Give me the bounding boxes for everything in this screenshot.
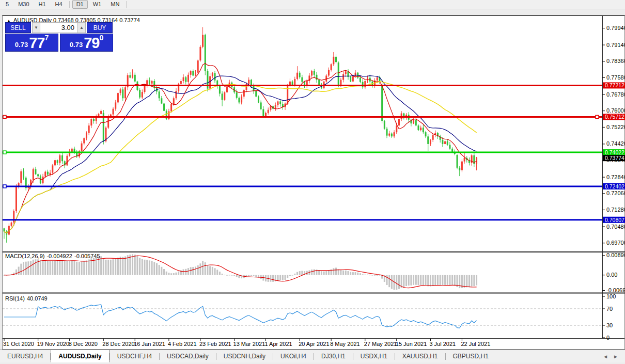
tab-dj30-h1[interactable]: DJ30,H1 <box>314 350 353 362</box>
chevron-down-icon: ▼ <box>34 25 38 30</box>
svg-text:19 Nov 2020: 19 Nov 2020 <box>37 341 69 347</box>
rsi-value: 40.0749 <box>27 295 48 302</box>
volume-increase-button[interactable]: ▲ <box>77 22 86 33</box>
tab-usdchf-h4[interactable]: USDCHF,H4 <box>110 350 159 362</box>
svg-text:0.78360: 0.78360 <box>606 58 625 64</box>
rsi-title: RSI(14) <box>5 295 25 302</box>
svg-text:31 Oct 2020: 31 Oct 2020 <box>3 341 34 347</box>
svg-text:0.77580: 0.77580 <box>606 74 625 81</box>
tab-scroll-right-icon[interactable]: ► <box>611 354 621 359</box>
pane-border-rsi <box>3 293 625 294</box>
price-badge-0.70807: 0.70807 <box>603 217 625 223</box>
chart-background <box>3 15 625 349</box>
svg-text:13 Mar 2021: 13 Mar 2021 <box>233 341 265 347</box>
macd-title: MACD(12,26,9) <box>5 253 44 259</box>
rsi-label: RSI(14)40.0749 <box>5 295 50 302</box>
svg-text:0.75712: 0.75712 <box>605 114 624 120</box>
tab-scroll-nav: ◄► <box>600 350 625 362</box>
chevron-up-icon: ▲ <box>80 25 84 30</box>
svg-text:20 Apr 2021: 20 Apr 2021 <box>299 341 329 347</box>
tab-usdx-h1[interactable]: USDX,H1 <box>353 350 395 362</box>
svg-text:0.77212: 0.77212 <box>605 82 624 88</box>
price-badge-0.77212: 0.77212 <box>603 82 625 88</box>
svg-text:0.72840: 0.72840 <box>606 174 625 180</box>
svg-text:70: 70 <box>606 306 613 312</box>
svg-text:23 Feb 2021: 23 Feb 2021 <box>199 341 231 347</box>
svg-text:0.79940: 0.79940 <box>606 25 625 31</box>
sell-price-panel[interactable]: 0.73777 <box>5 34 58 52</box>
price-badge-0.72402: 0.72402 <box>603 183 625 189</box>
buy-price-big: 79 <box>84 36 99 50</box>
svg-text:0.008903: 0.008903 <box>606 252 625 258</box>
chart-canvas: 0.799400.791400.783600.775800.767800.760… <box>0 0 625 364</box>
tab-ukoil-h4[interactable]: UKOil,H4 <box>273 350 314 362</box>
svg-text:8 May 2021: 8 May 2021 <box>330 341 360 347</box>
tab-usdcad-daily[interactable]: USDCAD,Daily <box>160 350 216 362</box>
svg-text:27 May 2021: 27 May 2021 <box>364 341 397 347</box>
svg-text:100: 100 <box>606 293 616 299</box>
current-price-badge: 0.73774 <box>603 155 625 161</box>
tab-audusd-daily[interactable]: AUDUSD,Daily <box>51 350 109 362</box>
chart-tab-bar: EURUSD,H4AUDUSD,DailyUSDCHF,H4USDCAD,Dai… <box>0 350 625 362</box>
buy-price-prefix: 0.73 <box>70 40 83 50</box>
volume-input[interactable]: 3.00 <box>40 22 77 33</box>
tab-usdcnh-daily[interactable]: USDCNH,Daily <box>216 350 273 362</box>
svg-text:0.00: 0.00 <box>606 272 617 278</box>
one-click-trading-panel: SELL ▼ 3.00 ▲ BUY 0.73777 0.73790 <box>5 22 114 52</box>
buy-price-panel[interactable]: 0.73790 <box>60 34 113 52</box>
svg-text:0.79140: 0.79140 <box>606 42 625 48</box>
svg-text:4 Feb 2021: 4 Feb 2021 <box>168 341 197 347</box>
ohlc-close: 0.73774 <box>119 17 140 23</box>
svg-text:3 Jul 2021: 3 Jul 2021 <box>429 341 456 347</box>
svg-text:0: 0 <box>606 335 610 341</box>
svg-text:0.69700: 0.69700 <box>606 240 625 246</box>
tab-scroll-left-icon[interactable]: ◄ <box>600 354 611 359</box>
pane-border-macd <box>3 251 625 252</box>
svg-text:0.72060: 0.72060 <box>606 190 625 196</box>
mt4-window: 5M30H1H4D1W1MN 0.799400.791400.783600.77… <box>0 0 625 364</box>
svg-text:0.76000: 0.76000 <box>606 107 625 114</box>
macd-label: MACD(12,26,9)-0.004922-0.005745 <box>5 253 102 259</box>
tab-gbpusd-h1[interactable]: GBPUSD,H1 <box>446 350 496 362</box>
svg-text:0.70480: 0.70480 <box>606 224 625 230</box>
svg-text:0.76780: 0.76780 <box>606 91 625 98</box>
chart-window: 0.799400.791400.783600.775800.767800.760… <box>2 15 625 350</box>
svg-text:0.70807: 0.70807 <box>605 217 624 223</box>
svg-text:0.71280: 0.71280 <box>606 207 625 213</box>
sell-button[interactable]: SELL <box>5 22 31 33</box>
buy-price-pip: 0 <box>99 35 103 41</box>
macd-signal-value: -0.005745 <box>74 253 100 259</box>
price-badge-0.75712: 0.75712 <box>603 114 625 120</box>
tab-eurusd-h4[interactable]: EURUSD,H4 <box>0 350 50 362</box>
svg-text:-0.006977: -0.006977 <box>606 287 625 293</box>
sell-price-pip: 7 <box>44 35 49 41</box>
svg-text:0.73774: 0.73774 <box>605 155 624 161</box>
svg-text:0.75220: 0.75220 <box>606 124 625 130</box>
macd-main-value: -0.004922 <box>46 253 72 259</box>
svg-text:15 Jun 2021: 15 Jun 2021 <box>396 341 427 347</box>
svg-text:1 Apr 2021: 1 Apr 2021 <box>265 341 292 347</box>
volume-decrease-button[interactable]: ▼ <box>32 22 40 33</box>
svg-text:8 Dec 2020: 8 Dec 2020 <box>69 341 98 347</box>
sell-price-prefix: 0.73 <box>15 40 28 50</box>
svg-text:30: 30 <box>606 322 613 328</box>
svg-text:16 Jan 2021: 16 Jan 2021 <box>134 341 165 347</box>
sell-price-big: 77 <box>29 36 44 50</box>
tab-xauusd-h1[interactable]: XAUUSD,H1 <box>395 350 445 362</box>
svg-text:22 Jul 2021: 22 Jul 2021 <box>461 341 490 347</box>
svg-text:28 Dec 2020: 28 Dec 2020 <box>102 341 134 347</box>
buy-button[interactable]: BUY <box>87 22 113 33</box>
svg-text:0.72402: 0.72402 <box>605 183 624 189</box>
svg-text:0.74420: 0.74420 <box>606 140 625 147</box>
